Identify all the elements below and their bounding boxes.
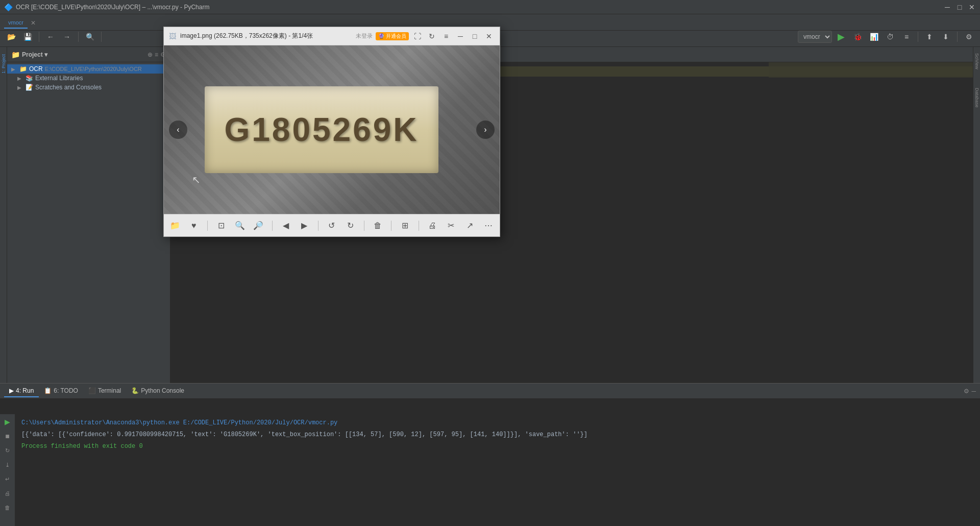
vip-badge[interactable]: 🔮 开通会员 xyxy=(376,32,409,40)
terminal-tab[interactable]: ⬛ Terminal xyxy=(83,385,126,397)
project-panel: 📁 Project ▾ ⊕ ≡ ⚙ ▶ 📁 OCR E:\CODE_LIVE\P… xyxy=(7,47,170,383)
login-label[interactable]: 未登录 xyxy=(356,32,373,40)
iv-next-btn[interactable]: ▶ xyxy=(297,218,312,233)
iv-sep-1 xyxy=(207,221,208,231)
stop-btn[interactable]: ■ xyxy=(2,431,13,442)
todo-tab-label: 6: TODO xyxy=(54,387,78,394)
toolbar-sep-4 xyxy=(918,32,918,42)
tree-label-ext-libs: External Libraries xyxy=(35,75,83,82)
project-sync-btn[interactable]: ⊕ xyxy=(148,51,153,58)
iv-rotateccw-btn[interactable]: ↻ xyxy=(343,218,358,233)
run-config-select[interactable]: vmocr xyxy=(798,31,832,43)
close-button[interactable]: ✕ xyxy=(968,3,976,11)
project-tree: ▶ 📁 OCR E:\CODE_LIVE\Python\2020\July\OC… xyxy=(7,62,170,383)
maximize-button[interactable]: □ xyxy=(955,3,964,11)
tree-item-external-libs[interactable]: ▶ 📚 External Libraries xyxy=(7,74,170,83)
iv-favorite-btn[interactable]: ♥ xyxy=(187,218,202,233)
database-tab[interactable]: Database xyxy=(973,84,981,112)
panel-close-btn[interactable]: ─ xyxy=(971,388,976,395)
tree-item-ocr[interactable]: ▶ 📁 OCR E:\CODE_LIVE\Python\2020\July\OC… xyxy=(7,64,170,74)
iv-open-btn[interactable]: 📁 xyxy=(168,218,183,233)
toolbar-search-btn[interactable]: 🔍 xyxy=(83,30,97,44)
toolbar-sep-2 xyxy=(78,32,79,42)
iv-fitscreen-btn[interactable]: ⊡ xyxy=(214,218,229,233)
toolbar-more-btn[interactable]: ≡ xyxy=(899,30,914,44)
iv-sep-2 xyxy=(272,221,273,231)
tree-arrow-ocr: ▶ xyxy=(11,66,17,72)
console-output-text: [{'data': [{'confidence': 0.991708099842… xyxy=(21,431,587,438)
toolbar-vcs-btn[interactable]: ⬆ xyxy=(922,30,937,44)
terminal-tab-label: Terminal xyxy=(98,387,121,394)
iv-zoomout-btn[interactable]: 🔎 xyxy=(251,218,266,233)
iv-rotatecw-btn[interactable]: ↺ xyxy=(325,218,339,233)
iv-grid-btn[interactable]: ⊞ xyxy=(398,218,412,233)
iv-sep-6 xyxy=(419,221,419,231)
library-icon: 📚 xyxy=(26,75,33,82)
window-controls: ─ □ ✕ xyxy=(943,3,976,11)
tree-item-scratches[interactable]: ▶ 📝 Scratches and Consoles xyxy=(7,83,170,92)
title-bar: 🔷 OCR [E:\CODE_LIVE\Python\2020\July\OCR… xyxy=(0,0,980,14)
project-collapse-btn[interactable]: ≡ xyxy=(155,51,158,58)
toolbar-settings-btn[interactable]: ⚙ xyxy=(962,30,976,44)
tree-arrow-scratches: ▶ xyxy=(17,85,23,90)
iv-more-btn[interactable]: ⋯ xyxy=(481,218,496,233)
tree-label-ocr: OCR xyxy=(29,65,43,73)
todo-tab[interactable]: 📋 6: TODO xyxy=(39,385,83,397)
next-image-btn[interactable]: › xyxy=(476,121,495,139)
rerun-btn[interactable]: ↻ xyxy=(2,445,13,456)
image-icon: 🖼 xyxy=(169,32,176,40)
soft-wrap-btn[interactable]: ↵ xyxy=(2,473,13,485)
refresh-btn[interactable]: ↻ xyxy=(426,31,437,42)
maximize-img-btn[interactable]: □ xyxy=(469,31,480,42)
run-again-btn[interactable]: ▶ xyxy=(2,416,13,427)
folder-icon: 📁 xyxy=(19,65,27,73)
run-content-area: ▶ ■ ↻ ⤓ ↵ 🖨 🗑 C:\Users\Administrator\Ana… xyxy=(0,414,980,526)
terminal-icon: ⬛ xyxy=(88,387,96,394)
left-edge-tabs: 1: Project xyxy=(0,47,7,383)
iv-sep-4 xyxy=(364,221,364,231)
print-btn[interactable]: 🖨 xyxy=(2,488,13,499)
project-tab-icon[interactable]: 1: Project xyxy=(0,51,7,77)
todo-icon: 📋 xyxy=(44,387,52,394)
plate-arrow-indicator: ↖ xyxy=(192,174,201,186)
debug-button[interactable]: 🐞 xyxy=(850,30,865,44)
run-button[interactable]: ▶ xyxy=(834,30,848,44)
run-with-coverage-btn[interactable]: 📊 xyxy=(867,30,881,44)
minimize-button[interactable]: ─ xyxy=(943,3,951,11)
panel-settings-btn[interactable]: ⚙ xyxy=(964,388,969,395)
profile-btn[interactable]: ⏱ xyxy=(883,30,897,44)
iv-zoomin-btn[interactable]: 🔍 xyxy=(233,218,248,233)
console-exit-line: Process finished with exit code 0 xyxy=(21,442,974,451)
image-viewer-controls: 未登录 🔮 开通会员 ⛶ ↻ ≡ ─ □ ✕ xyxy=(356,31,495,42)
toolbar-vcs-down-btn[interactable]: ⬇ xyxy=(939,30,953,44)
console-exit-text: Process finished with exit code 0 xyxy=(21,443,143,450)
run-tab[interactable]: ▶ 4: Run xyxy=(4,385,39,397)
console-output: C:\Users\Administrator\Anaconda3\python.… xyxy=(15,414,980,526)
close-viewer-btn[interactable]: ✕ xyxy=(483,31,495,42)
scm-tab[interactable]: SciView xyxy=(973,49,981,74)
iv-delete-btn[interactable]: 🗑 xyxy=(371,218,385,233)
iv-crop-btn[interactable]: ✂ xyxy=(444,218,458,233)
python-console-label: Python Console xyxy=(141,387,184,394)
menu-btn[interactable]: ≡ xyxy=(440,31,452,42)
iv-prev-btn[interactable]: ◀ xyxy=(279,218,293,233)
console-exe: C:\Users\Administrator\Anaconda3\python.… xyxy=(21,419,337,426)
run-icon: ▶ xyxy=(9,387,14,394)
run-toolbar: ▶ ■ ↻ ⤓ ↵ 🖨 🗑 xyxy=(0,414,15,526)
image-viewer-header: 🖼 image1.png (262.75KB，735x262像素) - 第1/4… xyxy=(164,27,500,45)
fullscreen-btn[interactable]: ⛶ xyxy=(412,31,423,42)
clear-btn[interactable]: 🗑 xyxy=(2,502,13,513)
prev-image-btn[interactable]: ‹ xyxy=(169,121,187,139)
bottom-content: vmocr ✕ ▶ ■ ↻ ⤓ ↵ 🖨 🗑 C:\Users\Adminis xyxy=(0,399,980,526)
scroll-to-end-btn[interactable]: ⤓ xyxy=(2,459,13,470)
tree-path-ocr: E:\CODE_LIVE\Python\2020\July\OCR xyxy=(45,66,142,72)
python-console-tab[interactable]: 🐍 Python Console xyxy=(126,385,189,397)
iv-share-btn[interactable]: ↗ xyxy=(462,218,477,233)
minimize-btn[interactable]: ─ xyxy=(455,31,466,42)
toolbar-open-btn[interactable]: 📂 xyxy=(4,30,18,44)
iv-sep-5 xyxy=(391,221,391,231)
iv-print-btn[interactable]: 🖨 xyxy=(425,218,440,233)
toolbar-save-btn[interactable]: 💾 xyxy=(20,30,35,44)
toolbar-forward-btn[interactable]: → xyxy=(60,30,74,44)
toolbar-back-btn[interactable]: ← xyxy=(43,30,58,44)
